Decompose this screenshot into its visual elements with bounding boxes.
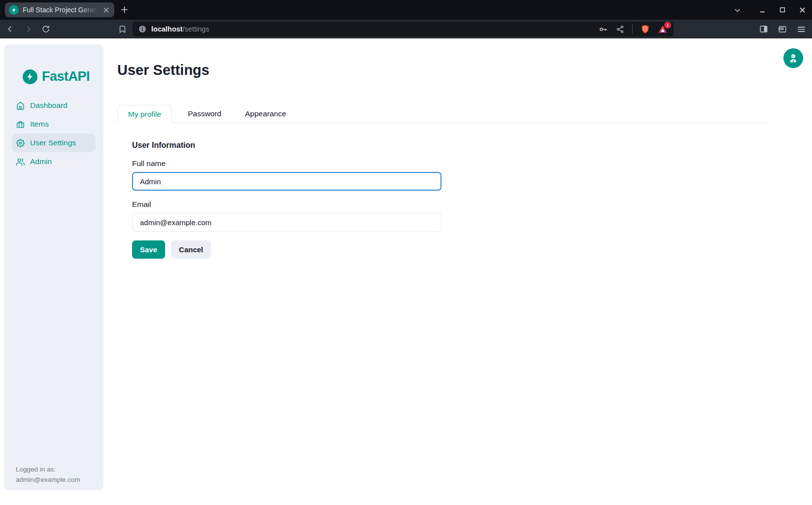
full-name-input[interactable] — [132, 172, 441, 191]
sidebar-item-dashboard[interactable]: Dashboard — [12, 96, 96, 115]
back-icon[interactable] — [6, 25, 15, 34]
logged-in-label: Logged in as: — [16, 465, 80, 475]
tab-appearance[interactable]: Appearance — [237, 104, 294, 123]
site-info-icon[interactable] — [138, 25, 146, 33]
brave-rewards-icon[interactable]: 1 — [658, 24, 668, 34]
logo-text: FastAPI — [42, 69, 90, 84]
brave-shield-icon[interactable] — [641, 25, 650, 34]
url-bar[interactable]: localhost/settings 1 — [133, 22, 674, 36]
share-icon[interactable] — [616, 25, 624, 34]
wallet-icon[interactable] — [778, 25, 787, 34]
user-menu-button[interactable] — [783, 48, 803, 68]
cancel-button[interactable]: Cancel — [171, 240, 211, 259]
sidebar-nav: Dashboard Items User Settings Admin — [12, 96, 96, 171]
password-key-icon[interactable] — [599, 25, 608, 34]
rewards-badge: 1 — [664, 22, 671, 29]
forward-icon[interactable] — [24, 25, 33, 34]
reload-icon[interactable] — [41, 25, 50, 34]
sidebar-item-label: User Settings — [30, 138, 76, 147]
sidebar-item-label: Dashboard — [30, 101, 68, 110]
bookmark-icon[interactable] — [118, 25, 127, 34]
tab-password[interactable]: Password — [180, 104, 229, 123]
sidebar-item-admin[interactable]: Admin — [12, 152, 96, 171]
url-text: localhost/settings — [151, 25, 599, 33]
url-host: localhost — [151, 25, 183, 33]
section-title: User Information — [132, 141, 767, 150]
window-close-icon[interactable] — [799, 6, 806, 14]
page-title: User Settings — [117, 62, 767, 78]
full-name-label: Full name — [132, 159, 767, 168]
fastapi-favicon-icon — [9, 5, 19, 15]
logged-in-email: admin@example.com — [16, 475, 80, 485]
settings-tabs: My profile Password Appearance — [117, 104, 767, 123]
browser-toolbar: localhost/settings 1 — [0, 20, 812, 38]
tab-search-chevron-icon[interactable] — [734, 6, 741, 14]
sidebar-item-label: Items — [30, 120, 49, 129]
app-page: FastAPI Dashboard Items User Settings Ad… — [0, 38, 812, 505]
users-icon — [16, 158, 25, 166]
tab-close-icon[interactable] — [102, 5, 110, 14]
main-content: User Settings My profile Password Appear… — [117, 38, 767, 259]
sidebar-item-items[interactable]: Items — [12, 115, 96, 134]
profile-form: User Information Full name Email Save Ca… — [117, 141, 767, 259]
sidebar-item-label: Admin — [30, 157, 52, 166]
window-minimize-icon[interactable] — [759, 6, 766, 14]
browser-tab-strip: Full Stack Project Genera — [0, 0, 812, 20]
fastapi-logo: FastAPI — [23, 69, 103, 84]
toolbar-divider — [632, 25, 633, 34]
sidebar: FastAPI Dashboard Items User Settings Ad… — [4, 44, 103, 490]
tab-title: Full Stack Project Genera — [23, 6, 98, 14]
tab-my-profile[interactable]: My profile — [117, 105, 172, 123]
menu-hamburger-icon[interactable] — [797, 25, 806, 34]
gear-icon — [16, 139, 25, 147]
window-maximize-icon[interactable] — [779, 6, 786, 13]
home-icon — [16, 101, 25, 110]
email-input[interactable] — [132, 213, 441, 232]
logged-in-status: Logged in as: admin@example.com — [16, 465, 80, 485]
url-path: /settings — [183, 25, 209, 33]
user-avatar-icon — [788, 53, 799, 64]
save-button[interactable]: Save — [132, 240, 165, 259]
fastapi-bolt-icon — [23, 69, 37, 84]
sidebar-item-user-settings[interactable]: User Settings — [12, 134, 96, 152]
sidebar-panel-icon[interactable] — [759, 25, 768, 34]
email-label: Email — [132, 200, 767, 209]
new-tab-icon[interactable] — [120, 5, 129, 14]
browser-tab[interactable]: Full Stack Project Genera — [5, 2, 114, 17]
briefcase-icon — [16, 120, 25, 129]
